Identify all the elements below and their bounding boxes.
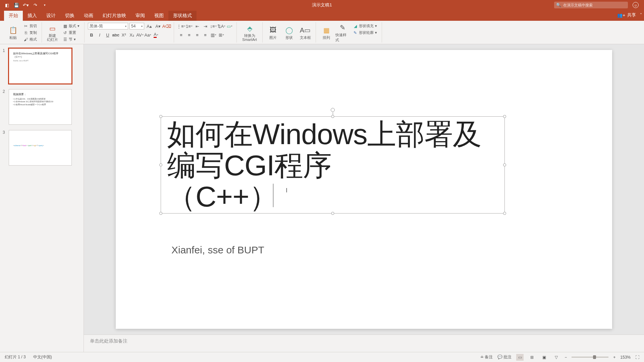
qat-more-icon[interactable]: ▾	[42, 2, 48, 8]
bold-button[interactable]: B	[88, 32, 95, 38]
subscript-button[interactable]: X₂	[128, 32, 136, 38]
colorful-line: <schema>//<host>:<port>/<cgi>?<query>	[13, 144, 67, 146]
arrange-icon: ▦	[322, 26, 331, 35]
sorter-view-button[interactable]: ⊞	[528, 354, 536, 361]
shapes-button[interactable]: ◯形状	[282, 23, 296, 43]
resize-handle[interactable]	[503, 212, 506, 215]
tab-review[interactable]: 审阅	[131, 11, 150, 21]
undo-icon[interactable]: ↶▾	[23, 2, 29, 8]
resize-handle[interactable]	[503, 164, 506, 167]
resize-handle[interactable]	[331, 115, 334, 118]
quickstyles-button[interactable]: ✎快速样式	[335, 23, 350, 43]
shape-fill-button[interactable]: ◢形状填充 ▾	[352, 23, 378, 29]
notes-toggle[interactable]: ≐ 备注	[480, 354, 493, 360]
canvas-area[interactable]: 如何在Windows上部署及 编写CGI程序 （C++） I Xianfei, …	[84, 44, 644, 335]
tab-slideshow[interactable]: 幻灯片放映	[98, 11, 131, 21]
resize-handle[interactable]	[159, 212, 162, 215]
tab-design[interactable]: 设计	[42, 11, 60, 21]
char-spacing-button[interactable]: AV	[136, 32, 144, 38]
convert-smartart-button[interactable]: ⬘ 转换为 SmartArt	[240, 23, 259, 43]
format-painter-button[interactable]: 🖌格式	[22, 36, 38, 43]
align-center-button[interactable]: ≡	[185, 32, 193, 38]
cut-button[interactable]: ✂剪切	[22, 23, 38, 29]
quickstyles-icon: ✎	[338, 23, 347, 32]
indent-button[interactable]: ⇥	[202, 23, 209, 29]
resize-handle[interactable]	[331, 212, 334, 215]
font-color-button[interactable]: A	[152, 32, 160, 38]
strikethrough-button[interactable]: abc	[112, 32, 119, 38]
zoom-slider[interactable]	[572, 357, 608, 358]
slide-canvas[interactable]: 如何在Windows上部署及 编写CGI程序 （C++） I Xianfei, …	[116, 50, 612, 329]
reset-icon: ↺	[63, 31, 67, 35]
tab-insert[interactable]: 插入	[23, 11, 42, 21]
slide-thumbnail-3[interactable]: <schema>//<host>:<port>/<cgi>?<query>	[9, 130, 72, 166]
new-slide-button[interactable]: ▭ 新建 幻灯片	[45, 23, 59, 43]
align-text-button[interactable]: ▭	[226, 23, 233, 29]
fit-to-window-button[interactable]: ⛶	[635, 355, 639, 360]
outdent-button[interactable]: ⇤	[194, 23, 201, 29]
copy-button[interactable]: ⎘复制	[22, 29, 38, 36]
search-input[interactable]: 🔍 在演示文稿中搜索	[554, 2, 628, 8]
layout-button[interactable]: ▦版式 ▾	[61, 23, 81, 29]
zoom-out-button[interactable]: −	[565, 355, 567, 360]
bullets-button[interactable]: ⋮≡	[177, 23, 185, 29]
convert-list-button[interactable]: ⊞	[218, 32, 225, 38]
tab-shape-format[interactable]: 形状格式	[168, 11, 197, 21]
paste-button[interactable]: 📋 粘贴	[6, 23, 20, 43]
autosave-icon[interactable]: ◧	[4, 2, 10, 8]
columns-button[interactable]: ▥	[210, 32, 217, 38]
justify-button[interactable]: ≡	[202, 32, 209, 38]
superscript-button[interactable]: X²	[120, 32, 127, 38]
increase-font-button[interactable]: A▴	[146, 23, 153, 29]
zoom-knob[interactable]	[593, 355, 596, 359]
font-size-combo[interactable]: 54▾	[129, 23, 144, 29]
collapse-ribbon-icon[interactable]: ˄	[640, 13, 642, 17]
section-button[interactable]: ☰节 ▾	[61, 36, 81, 43]
normal-view-button[interactable]: ▭	[516, 354, 524, 361]
arrange-button[interactable]: ▦排列	[319, 23, 333, 43]
textbox-button[interactable]: A▭文本框	[298, 23, 312, 43]
slide-thumbnails-panel[interactable]: 1 如何在Windows上部署及编写CGI程序 （C++） Xianfei, s…	[0, 44, 84, 352]
feedback-icon[interactable]: ☺	[633, 2, 639, 8]
underline-button[interactable]: U	[104, 32, 111, 38]
comments-toggle[interactable]: 💬 批注	[497, 354, 512, 360]
save-icon[interactable]: 💾	[13, 2, 19, 8]
resize-handle[interactable]	[159, 115, 162, 118]
font-family-combo[interactable]: 黑体-简▾	[88, 23, 128, 29]
language-indicator[interactable]: 中文(中国)	[33, 354, 52, 360]
thumb-number: 1	[3, 48, 6, 84]
resize-handle[interactable]	[503, 115, 506, 118]
slide-counter[interactable]: 幻灯片 1 / 3	[5, 354, 26, 360]
title-text[interactable]: 如何在Windows上部署及 编写CGI程序 （C++）	[161, 117, 504, 214]
align-left-button[interactable]: ≡	[177, 32, 185, 38]
tab-home[interactable]: 开始	[4, 11, 23, 21]
slide-thumbnail-1[interactable]: 如何在Windows上部署及编写CGI程序 （C++） Xianfei, sse…	[9, 48, 72, 84]
title-textbox[interactable]: 如何在Windows上部署及 编写CGI程序 （C++） I	[161, 116, 505, 214]
shape-outline-button[interactable]: ✎形状轮廓 ▾	[352, 29, 378, 36]
italic-button[interactable]: I	[96, 32, 103, 38]
subtitle-text[interactable]: Xianfei, sse of BUPT	[171, 244, 264, 256]
redo-icon[interactable]: ↷	[32, 2, 38, 8]
line-spacing-button[interactable]: ↕≡	[210, 23, 217, 29]
reading-view-button[interactable]: ▣	[540, 354, 548, 361]
picture-button[interactable]: 🖼图片	[266, 23, 280, 43]
zoom-in-button[interactable]: +	[613, 355, 615, 360]
thumb-number: 2	[3, 89, 6, 125]
rotate-handle[interactable]	[331, 108, 335, 112]
slide-thumbnail-2[interactable]: 视频摘要： • 1.什么是CGI、CGI调度及CGI的部署 • 2.在Windo…	[9, 89, 72, 125]
tab-view[interactable]: 视图	[150, 11, 168, 21]
notes-pane[interactable]: 单击此处添加备注	[84, 335, 644, 352]
clear-format-button[interactable]: A⌫	[163, 23, 170, 29]
reset-button[interactable]: ↺重置	[61, 29, 81, 36]
share-button[interactable]: 👥+ 共享	[617, 12, 636, 18]
change-case-button[interactable]: Aa	[144, 32, 152, 38]
slideshow-view-button[interactable]: ▽	[552, 354, 560, 361]
tab-transitions[interactable]: 切换	[60, 11, 79, 21]
tab-animations[interactable]: 动画	[79, 11, 98, 21]
align-right-button[interactable]: ≡	[194, 32, 201, 38]
numbering-button[interactable]: 1≡	[185, 23, 193, 29]
text-direction-button[interactable]: ⇅A	[218, 23, 225, 29]
decrease-font-button[interactable]: A▾	[154, 23, 162, 29]
zoom-level[interactable]: 153%	[620, 355, 631, 360]
resize-handle[interactable]	[159, 164, 162, 167]
